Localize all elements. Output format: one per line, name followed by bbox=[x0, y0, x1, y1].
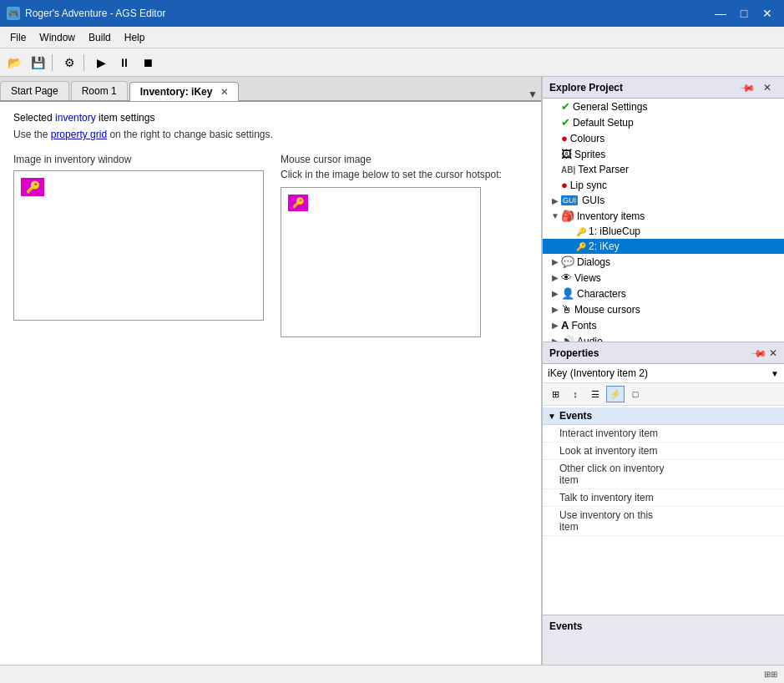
explorer-close-button[interactable]: ✕ bbox=[757, 79, 777, 96]
props-row-use[interactable]: Use inventory on this item bbox=[543, 507, 784, 536]
pin-icon[interactable]: 📌 bbox=[739, 78, 756, 96]
props-val-use bbox=[669, 509, 778, 533]
tab-inventory-label: Inventory: iKey bbox=[140, 86, 213, 98]
content-subtitle: Use the property grid on the right to ch… bbox=[13, 129, 528, 140]
minimize-button[interactable]: — bbox=[711, 5, 731, 22]
tree-expand-inventory[interactable]: ▼ bbox=[549, 211, 561, 220]
tree-audio[interactable]: ▶ 🔊 Audio bbox=[543, 333, 784, 342]
tree-characters[interactable]: ▶ 👤 Characters bbox=[543, 286, 784, 301]
status-icon: ⊞⊞ bbox=[764, 670, 777, 679]
ibluecup-icon: 🔑 bbox=[576, 227, 586, 236]
content-header: Selected inventory item settings bbox=[13, 112, 528, 124]
props-tb-properties[interactable]: ☰ bbox=[586, 386, 604, 402]
tree-label-ibluecup: 1: iBlueCup bbox=[589, 225, 640, 237]
tree-expand-guis[interactable]: ▶ bbox=[549, 196, 561, 205]
tree-dialogs[interactable]: ▶ 💬 Dialogs bbox=[543, 254, 784, 270]
tree-expand-audio[interactable]: ▶ bbox=[549, 336, 561, 342]
cursor-box[interactable]: 🔑 bbox=[281, 187, 481, 337]
save-button[interactable]: 💾 bbox=[27, 52, 48, 73]
tab-start-page[interactable]: Start Page bbox=[0, 81, 69, 100]
tree-label-guis: GUIs bbox=[582, 195, 604, 206]
props-tb-alphabetical[interactable]: ↕ bbox=[566, 386, 584, 402]
props-key-other-click: Other click on inventory item bbox=[559, 463, 669, 486]
tree-lip-sync[interactable]: ● Lip sync bbox=[543, 177, 784, 193]
colours-icon: ● bbox=[561, 132, 568, 144]
left-panel: Start Page Room 1 Inventory: iKey ✕ ▼ Se… bbox=[0, 77, 542, 665]
collapse-arrow-icon: ▼ bbox=[548, 412, 556, 421]
properties-pin-icon[interactable]: 📌 bbox=[751, 344, 768, 362]
tree-label-inventory: Inventory items bbox=[577, 210, 645, 222]
tree-expand-dialogs[interactable]: ▶ bbox=[549, 257, 561, 266]
tree-mouse-cursors[interactable]: ▶ 🖱 Mouse cursors bbox=[543, 301, 784, 317]
menu-bar: File Window Build Help bbox=[0, 27, 784, 48]
tree-label-views: Views bbox=[574, 272, 601, 284]
props-tb-extra[interactable]: □ bbox=[626, 386, 645, 402]
props-val-talk bbox=[669, 492, 778, 503]
tree-guis[interactable]: ▶ GUI GUIs bbox=[543, 193, 784, 208]
props-section-label-events: Events bbox=[559, 410, 592, 422]
props-row-other-click[interactable]: Other click on inventory item bbox=[543, 460, 784, 489]
tab-room1[interactable]: Room 1 bbox=[71, 81, 128, 100]
menu-help[interactable]: Help bbox=[118, 29, 152, 46]
image-panel-title: Image in inventory window bbox=[13, 154, 264, 165]
image-panel-box[interactable]: 🔑 bbox=[13, 170, 264, 321]
props-key-interact: Interact inventory item bbox=[559, 428, 669, 439]
image-panels: Image in inventory window 🔑 Mouse cursor… bbox=[13, 154, 528, 337]
pause-button[interactable]: ⏸ bbox=[114, 52, 135, 73]
props-row-look[interactable]: Look at inventory item bbox=[543, 443, 784, 460]
tree-label-general: General Settings bbox=[573, 101, 647, 113]
props-row-talk[interactable]: Talk to inventory item bbox=[543, 489, 784, 507]
open-button[interactable]: 📂 bbox=[3, 52, 25, 73]
tree-expand-fonts[interactable]: ▶ bbox=[549, 321, 561, 330]
menu-file[interactable]: File bbox=[3, 29, 33, 46]
text-parser-icon: AB| bbox=[561, 165, 575, 175]
views-icon: 👁 bbox=[561, 271, 572, 284]
app-title: Roger's Adventure - AGS Editor bbox=[25, 8, 165, 19]
tree-expand-views[interactable]: ▶ bbox=[549, 273, 561, 282]
tree-ibluecup[interactable]: 🔑 1: iBlueCup bbox=[543, 224, 784, 239]
tree-expand-cursors[interactable]: ▶ bbox=[549, 305, 561, 314]
props-selector-arrow[interactable]: ▼ bbox=[771, 369, 779, 378]
tree-sprites[interactable]: 🖼 Sprites bbox=[543, 146, 784, 162]
tab-start-page-label: Start Page bbox=[11, 85, 58, 97]
props-tb-categorized[interactable]: ⊞ bbox=[546, 386, 564, 402]
tree-label-fonts: Fonts bbox=[571, 320, 596, 331]
tab-inventory-ikey[interactable]: Inventory: iKey ✕ bbox=[129, 82, 239, 101]
tab-dropdown-button[interactable]: ▼ bbox=[528, 89, 538, 100]
props-section-events: ▼ Events Interact inventory item Look at… bbox=[543, 406, 784, 538]
audio-icon: 🔊 bbox=[561, 335, 574, 342]
toolbar-separator-1 bbox=[52, 54, 55, 71]
menu-window[interactable]: Window bbox=[33, 29, 82, 46]
ikey-icon: 🔑 bbox=[576, 242, 586, 251]
tree-label-lip-sync: Lip sync bbox=[570, 180, 607, 191]
menu-build[interactable]: Build bbox=[82, 29, 118, 46]
props-lower-title: Events bbox=[549, 620, 777, 632]
tree-text-parser[interactable]: AB| Text Parser bbox=[543, 162, 784, 177]
tree-general-settings[interactable]: ✔ General Settings bbox=[543, 99, 784, 114]
props-tb-events[interactable]: ⚡ bbox=[606, 386, 625, 402]
properties-body: iKey (Inventory item 2) ▼ ⊞ ↕ ☰ ⚡ □ ▼ Ev… bbox=[543, 364, 784, 615]
tree-expand-characters[interactable]: ▶ bbox=[549, 289, 561, 298]
tab-bar: Start Page Room 1 Inventory: iKey ✕ ▼ bbox=[0, 77, 541, 102]
tree-colours[interactable]: ● Colours bbox=[543, 130, 784, 146]
property-grid-link[interactable]: property grid bbox=[51, 129, 107, 140]
tree-views[interactable]: ▶ 👁 Views bbox=[543, 270, 784, 286]
characters-icon: 👤 bbox=[561, 287, 574, 300]
maximize-button[interactable]: □ bbox=[734, 5, 754, 22]
props-section-events-header[interactable]: ▼ Events bbox=[543, 407, 784, 425]
tree-fonts[interactable]: ▶ A Fonts bbox=[543, 317, 784, 333]
run-button[interactable]: ▶ bbox=[90, 52, 112, 73]
props-row-interact[interactable]: Interact inventory item bbox=[543, 425, 784, 443]
close-button[interactable]: ✕ bbox=[757, 5, 777, 22]
tree-ikey[interactable]: 🔑 2: iKey bbox=[543, 239, 784, 254]
properties-close-button[interactable]: ✕ bbox=[769, 347, 777, 359]
props-selector[interactable]: iKey (Inventory item 2) ▼ bbox=[543, 364, 784, 383]
tree-label-sprites: Sprites bbox=[574, 149, 605, 160]
stop-button[interactable]: ⏹ bbox=[137, 52, 159, 73]
props-key-use: Use inventory on this item bbox=[559, 509, 669, 533]
tree-default-setup[interactable]: ✔ Default Setup bbox=[543, 114, 784, 130]
props-selector-text: iKey (Inventory item 2) bbox=[548, 367, 648, 379]
tree-inventory-items[interactable]: ▼ 🎒 Inventory items bbox=[543, 208, 784, 224]
tab-close-icon[interactable]: ✕ bbox=[220, 87, 228, 97]
settings-button[interactable]: ⚙ bbox=[58, 52, 80, 73]
